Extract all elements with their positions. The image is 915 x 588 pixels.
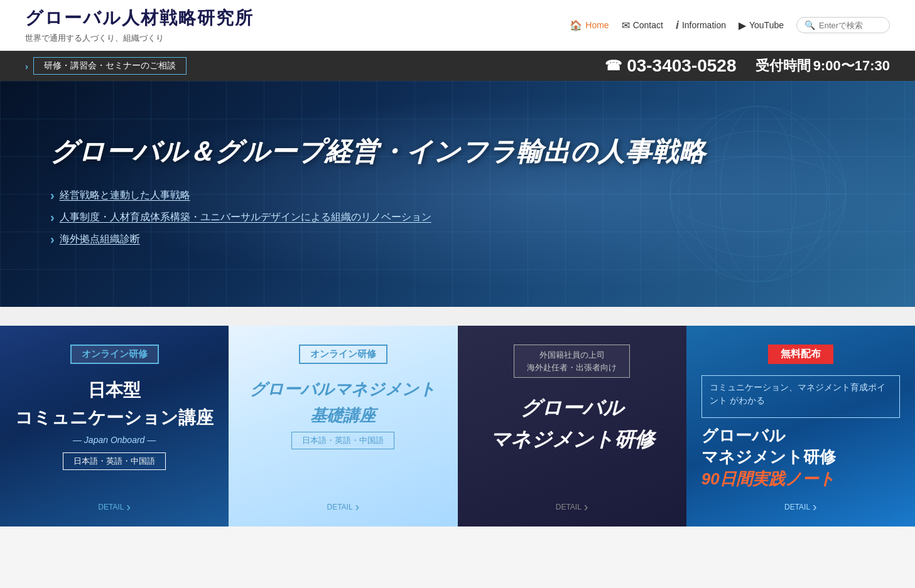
card-4-top: 無料配布 コミュニケーション、マネジメント育成ポイント がわかる グローバル マ…: [701, 345, 900, 490]
card-3-title2: マネジメント研修: [473, 427, 671, 453]
card-2-langs: 日本語・英語・中国語: [291, 432, 394, 449]
nav-information[interactable]: i Information: [676, 19, 726, 32]
mail-icon: ✉: [622, 19, 630, 31]
card-2-detail-arrow: ›: [355, 500, 360, 514]
card-1-top: オンライン研修 日本型 コミュニケーション講座 — Japan Onboard …: [15, 345, 214, 470]
arrow-icon: ›: [25, 61, 28, 72]
card-3-title1: グローバル: [473, 395, 671, 422]
hero-bullet-2-text: 人事制度・人材育成体系構築・ユニバーサルデザインによる組織のリノベーション: [60, 211, 431, 224]
card-4-detail[interactable]: DETAIL ›: [701, 500, 900, 514]
card-3-detail-text: DETAIL: [556, 503, 582, 511]
card-4-title1: グローバル: [701, 425, 900, 447]
home-icon: 🏠: [570, 19, 582, 31]
card-4-desc: コミュニケーション、マネジメント育成ポイント がわかる: [710, 381, 892, 407]
nav-youtube-label: YouTube: [749, 20, 784, 30]
dark-bar: › 研修・講習会・セミナーのご相談 ☎ 03-3403-0528 受付時間 9:…: [0, 51, 915, 81]
info-icon: i: [676, 19, 679, 32]
card-1-badge: オンライン研修: [70, 345, 159, 364]
card-1-title1: 日本型: [15, 379, 214, 402]
card-4-badge-free: 無料配布: [768, 345, 833, 364]
phone-number: ☎ 03-3403-0528: [605, 56, 736, 76]
hero-content: グローバル＆グループ経営・インフラ輸出の人事戦略 経営戦略と連動した人事戦略 人…: [0, 109, 756, 279]
card-3-content: 外国籍社員の上司 海外赴任者・出張者向け グローバル マネジメント研修 DETA…: [458, 326, 686, 527]
seminar-link[interactable]: › 研修・講習会・セミナーのご相談: [25, 57, 187, 75]
card-1-detail[interactable]: DETAIL ›: [15, 500, 214, 514]
card-3-subtitle: 外国籍社員の上司 海外赴任者・出張者向け: [514, 345, 630, 378]
card-2-detail-text: DETAIL: [327, 503, 352, 511]
cards-section: オンライン研修 日本型 コミュニケーション講座 — Japan Onboard …: [0, 307, 915, 527]
card-1-detail-arrow: ›: [126, 500, 131, 514]
search-icon: 🔍: [804, 20, 815, 30]
hero-bullet-1-text: 経営戦略と連動した人事戦略: [60, 189, 190, 202]
phone-digits: 03-3403-0528: [627, 56, 736, 76]
hero-title: グローバル＆グループ経営・インフラ輸出の人事戦略: [50, 134, 706, 169]
card-1-subtitle: — Japan Onboard —: [15, 435, 214, 445]
card-global-mgmt-training[interactable]: 外国籍社員の上司 海外赴任者・出張者向け グローバル マネジメント研修 DETA…: [458, 326, 686, 527]
search-input[interactable]: [819, 21, 882, 30]
hero-bullets: 経営戦略と連動した人事戦略 人事制度・人材育成体系構築・ユニバーサルデザインによ…: [50, 188, 706, 247]
hours-value: 9:00〜17:30: [813, 58, 890, 73]
card-2-top: オンライン研修 グローバルマネジメント 基礎講座 日本語・英語・中国語: [244, 345, 442, 449]
card-1-title2: コミュニケーション講座: [15, 407, 214, 429]
header: グローバル人材戦略研究所 世界で通用する人づくり、組織づくり 🏠 Home ✉ …: [0, 0, 915, 51]
card-3-top: 外国籍社員の上司 海外赴任者・出張者向け グローバル マネジメント研修: [473, 345, 671, 457]
hours: 受付時間 9:00〜17:30: [755, 56, 890, 75]
logo-subtitle: 世界で通用する人づくり、組織づくり: [25, 33, 254, 44]
search-box[interactable]: 🔍: [796, 17, 890, 33]
card-2-title2: 基礎講座: [244, 405, 442, 427]
nav-information-label: Information: [682, 20, 726, 30]
hero-bullet-3-text: 海外拠点組織診断: [60, 233, 140, 246]
card-3-detail-arrow: ›: [584, 500, 588, 514]
logo-title: グローバル人材戦略研究所: [25, 6, 254, 30]
hero-banner: グローバル＆グループ経営・インフラ輸出の人事戦略 経営戦略と連動した人事戦略 人…: [0, 81, 915, 307]
card-1-content: オンライン研修 日本型 コミュニケーション講座 — Japan Onboard …: [0, 326, 229, 527]
card-4-content: 無料配布 コミュニケーション、マネジメント育成ポイント がわかる グローバル マ…: [686, 326, 915, 527]
nav-home[interactable]: 🏠 Home: [570, 19, 609, 31]
card-2-content: オンライン研修 グローバルマネジメント 基礎講座 日本語・英語・中国語 DETA…: [229, 326, 457, 527]
card-3-detail[interactable]: DETAIL ›: [473, 500, 671, 514]
nav-contact[interactable]: ✉ Contact: [622, 19, 663, 31]
card-4-title2: マネジメント研修: [701, 447, 900, 468]
logo-area: グローバル人材戦略研究所 世界で通用する人づくり、組織づくり: [25, 6, 254, 44]
card-nihon-comm[interactable]: オンライン研修 日本型 コミュニケーション講座 — Japan Onboard …: [0, 326, 229, 527]
nav-home-label: Home: [585, 20, 609, 30]
seminar-text: 研修・講習会・セミナーのご相談: [33, 57, 187, 75]
contact-info: ☎ 03-3403-0528 受付時間 9:00〜17:30: [605, 56, 890, 76]
hero-bullet-1: 経営戦略と連動した人事戦略: [50, 188, 706, 203]
card-4-detail-text: DETAIL: [784, 503, 810, 511]
card-90day-notebook[interactable]: 無料配布 コミュニケーション、マネジメント育成ポイント がわかる グローバル マ…: [686, 326, 915, 527]
hero-bullet-2: 人事制度・人材育成体系構築・ユニバーサルデザインによる組織のリノベーション: [50, 210, 706, 225]
nav-area: 🏠 Home ✉ Contact i Information ▶ YouTube…: [570, 17, 890, 33]
card-1-detail-text: DETAIL: [98, 503, 124, 511]
hours-label: 受付時間: [755, 58, 811, 73]
card-2-badge: オンライン研修: [299, 345, 387, 364]
card-2-detail[interactable]: DETAIL ›: [244, 500, 442, 514]
card-2-title1: グローバルマネジメント: [244, 379, 442, 400]
card-1-langs: 日本語・英語・中国語: [63, 452, 166, 470]
card-4-title3: 90日間実践ノート: [701, 468, 900, 490]
hero-bullet-3: 海外拠点組織診断: [50, 232, 706, 247]
youtube-icon: ▶: [739, 19, 746, 31]
phone-icon: ☎: [605, 58, 622, 74]
card-global-mgmt-basic[interactable]: オンライン研修 グローバルマネジメント 基礎講座 日本語・英語・中国語 DETA…: [229, 326, 457, 527]
card-4-detail-arrow: ›: [813, 500, 817, 514]
nav-youtube[interactable]: ▶ YouTube: [739, 19, 784, 31]
nav-contact-label: Contact: [633, 20, 663, 30]
